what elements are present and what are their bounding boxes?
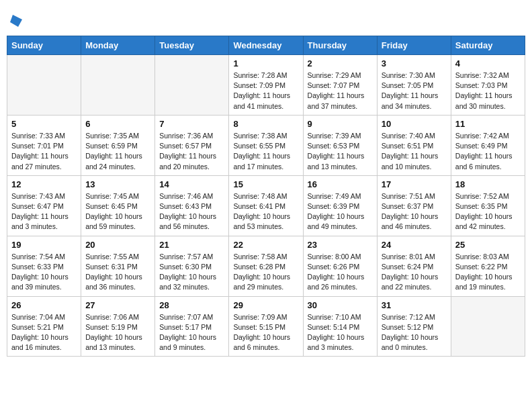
week-row-3: 12Sunrise: 7:43 AMSunset: 6:47 PMDayligh… xyxy=(7,175,525,236)
day-header-wednesday: Wednesday xyxy=(229,36,303,55)
day-info: Sunrise: 7:33 AMSunset: 7:01 PMDaylight:… xyxy=(11,131,77,172)
day-info: Sunrise: 7:28 AMSunset: 7:09 PMDaylight:… xyxy=(233,71,298,111)
day-number: 4 xyxy=(455,58,521,68)
day-number: 30 xyxy=(308,300,373,310)
day-info: Sunrise: 7:29 AMSunset: 7:07 PMDaylight:… xyxy=(308,71,373,111)
day-header-thursday: Thursday xyxy=(303,36,377,55)
day-info: Sunrise: 7:51 AMSunset: 6:37 PMDaylight:… xyxy=(382,191,447,232)
day-info: Sunrise: 7:55 AMSunset: 6:31 PMDaylight:… xyxy=(85,252,150,293)
day-info: Sunrise: 7:36 AMSunset: 6:57 PMDaylight:… xyxy=(159,131,224,172)
day-info: Sunrise: 7:42 AMSunset: 6:49 PMDaylight:… xyxy=(455,131,521,172)
day-info: Sunrise: 7:48 AMSunset: 6:41 PMDaylight:… xyxy=(233,191,298,232)
day-number: 5 xyxy=(11,119,77,129)
day-number: 10 xyxy=(382,119,447,129)
day-number: 31 xyxy=(382,300,447,310)
day-cell xyxy=(7,55,81,116)
day-header-saturday: Saturday xyxy=(451,36,525,55)
day-cell: 9Sunrise: 7:39 AMSunset: 6:53 PMDaylight… xyxy=(303,115,377,175)
svg-marker-0 xyxy=(10,15,22,27)
day-info: Sunrise: 7:39 AMSunset: 6:53 PMDaylight:… xyxy=(308,131,373,172)
day-number: 7 xyxy=(159,119,224,129)
week-row-4: 19Sunrise: 7:54 AMSunset: 6:33 PMDayligh… xyxy=(7,236,525,296)
day-cell: 20Sunrise: 7:55 AMSunset: 6:31 PMDayligh… xyxy=(81,236,155,296)
day-number: 17 xyxy=(382,179,447,189)
day-info: Sunrise: 7:35 AMSunset: 6:59 PMDaylight:… xyxy=(85,131,150,172)
day-cell: 16Sunrise: 7:49 AMSunset: 6:39 PMDayligh… xyxy=(303,175,377,236)
day-cell: 3Sunrise: 7:30 AMSunset: 7:05 PMDaylight… xyxy=(377,55,451,116)
day-cell: 12Sunrise: 7:43 AMSunset: 6:47 PMDayligh… xyxy=(7,175,81,236)
logo-icon xyxy=(9,13,24,28)
header xyxy=(7,7,525,32)
day-number: 22 xyxy=(233,240,298,250)
day-number: 16 xyxy=(308,179,373,189)
day-cell: 17Sunrise: 7:51 AMSunset: 6:37 PMDayligh… xyxy=(377,175,451,236)
day-cell: 27Sunrise: 7:06 AMSunset: 5:19 PMDayligh… xyxy=(81,296,155,357)
day-cell: 25Sunrise: 8:03 AMSunset: 6:22 PMDayligh… xyxy=(451,236,525,296)
day-info: Sunrise: 7:58 AMSunset: 6:28 PMDaylight:… xyxy=(233,252,298,293)
day-number: 13 xyxy=(85,179,150,189)
day-number: 26 xyxy=(11,300,77,310)
day-info: Sunrise: 7:07 AMSunset: 5:17 PMDaylight:… xyxy=(159,312,224,353)
day-cell: 7Sunrise: 7:36 AMSunset: 6:57 PMDaylight… xyxy=(155,115,229,175)
day-number: 1 xyxy=(233,58,298,68)
week-row-5: 26Sunrise: 7:04 AMSunset: 5:21 PMDayligh… xyxy=(7,296,525,357)
day-number: 21 xyxy=(159,240,224,250)
day-cell: 10Sunrise: 7:40 AMSunset: 6:51 PMDayligh… xyxy=(377,115,451,175)
day-header-sunday: Sunday xyxy=(7,36,81,55)
day-number: 24 xyxy=(382,240,447,250)
day-info: Sunrise: 7:57 AMSunset: 6:30 PMDaylight:… xyxy=(159,252,224,293)
day-number: 23 xyxy=(308,240,373,250)
day-info: Sunrise: 7:38 AMSunset: 6:55 PMDaylight:… xyxy=(233,131,298,172)
day-info: Sunrise: 7:10 AMSunset: 5:14 PMDaylight:… xyxy=(308,312,373,353)
day-number: 11 xyxy=(455,119,521,129)
day-info: Sunrise: 7:49 AMSunset: 6:39 PMDaylight:… xyxy=(308,191,373,232)
day-cell: 15Sunrise: 7:48 AMSunset: 6:41 PMDayligh… xyxy=(229,175,303,236)
day-number: 18 xyxy=(455,179,521,189)
day-number: 3 xyxy=(382,58,447,68)
day-number: 8 xyxy=(233,119,298,129)
day-number: 28 xyxy=(159,300,224,310)
day-cell: 6Sunrise: 7:35 AMSunset: 6:59 PMDaylight… xyxy=(81,115,155,175)
day-cell: 8Sunrise: 7:38 AMSunset: 6:55 PMDaylight… xyxy=(229,115,303,175)
day-number: 9 xyxy=(308,119,373,129)
day-number: 20 xyxy=(85,240,150,250)
day-cell: 30Sunrise: 7:10 AMSunset: 5:14 PMDayligh… xyxy=(303,296,377,357)
day-info: Sunrise: 7:45 AMSunset: 6:45 PMDaylight:… xyxy=(85,191,150,232)
day-cell: 23Sunrise: 8:00 AMSunset: 6:26 PMDayligh… xyxy=(303,236,377,296)
day-info: Sunrise: 8:00 AMSunset: 6:26 PMDaylight:… xyxy=(308,252,373,293)
calendar-table: SundayMondayTuesdayWednesdayThursdayFrid… xyxy=(7,36,525,357)
day-cell: 29Sunrise: 7:09 AMSunset: 5:15 PMDayligh… xyxy=(229,296,303,357)
day-cell: 28Sunrise: 7:07 AMSunset: 5:17 PMDayligh… xyxy=(155,296,229,357)
header-row: SundayMondayTuesdayWednesdayThursdayFrid… xyxy=(7,36,525,55)
day-info: Sunrise: 7:32 AMSunset: 7:03 PMDaylight:… xyxy=(455,71,521,111)
day-info: Sunrise: 7:12 AMSunset: 5:12 PMDaylight:… xyxy=(382,312,447,353)
day-header-friday: Friday xyxy=(377,36,451,55)
day-cell xyxy=(81,55,155,116)
day-number: 27 xyxy=(85,300,150,310)
day-number: 29 xyxy=(233,300,298,310)
calendar-container: SundayMondayTuesdayWednesdayThursdayFrid… xyxy=(7,7,525,357)
day-number: 25 xyxy=(455,240,521,250)
day-number: 15 xyxy=(233,179,298,189)
day-info: Sunrise: 7:06 AMSunset: 5:19 PMDaylight:… xyxy=(85,312,150,353)
day-info: Sunrise: 7:54 AMSunset: 6:33 PMDaylight:… xyxy=(11,252,77,293)
day-cell: 14Sunrise: 7:46 AMSunset: 6:43 PMDayligh… xyxy=(155,175,229,236)
day-info: Sunrise: 7:40 AMSunset: 6:51 PMDaylight:… xyxy=(382,131,447,172)
day-number: 19 xyxy=(11,240,77,250)
day-cell: 18Sunrise: 7:52 AMSunset: 6:35 PMDayligh… xyxy=(451,175,525,236)
day-cell: 2Sunrise: 7:29 AMSunset: 7:07 PMDaylight… xyxy=(303,55,377,116)
day-info: Sunrise: 7:43 AMSunset: 6:47 PMDaylight:… xyxy=(11,191,77,232)
day-info: Sunrise: 7:04 AMSunset: 5:21 PMDaylight:… xyxy=(11,312,77,353)
day-cell: 31Sunrise: 7:12 AMSunset: 5:12 PMDayligh… xyxy=(377,296,451,357)
day-cell: 19Sunrise: 7:54 AMSunset: 6:33 PMDayligh… xyxy=(7,236,81,296)
day-cell: 13Sunrise: 7:45 AMSunset: 6:45 PMDayligh… xyxy=(81,175,155,236)
day-cell: 22Sunrise: 7:58 AMSunset: 6:28 PMDayligh… xyxy=(229,236,303,296)
day-cell: 4Sunrise: 7:32 AMSunset: 7:03 PMDaylight… xyxy=(451,55,525,116)
day-info: Sunrise: 7:52 AMSunset: 6:35 PMDaylight:… xyxy=(455,191,521,232)
day-number: 6 xyxy=(85,119,150,129)
day-info: Sunrise: 8:01 AMSunset: 6:24 PMDaylight:… xyxy=(382,252,447,293)
logo xyxy=(7,13,24,28)
day-cell: 5Sunrise: 7:33 AMSunset: 7:01 PMDaylight… xyxy=(7,115,81,175)
day-header-tuesday: Tuesday xyxy=(155,36,229,55)
day-header-monday: Monday xyxy=(81,36,155,55)
